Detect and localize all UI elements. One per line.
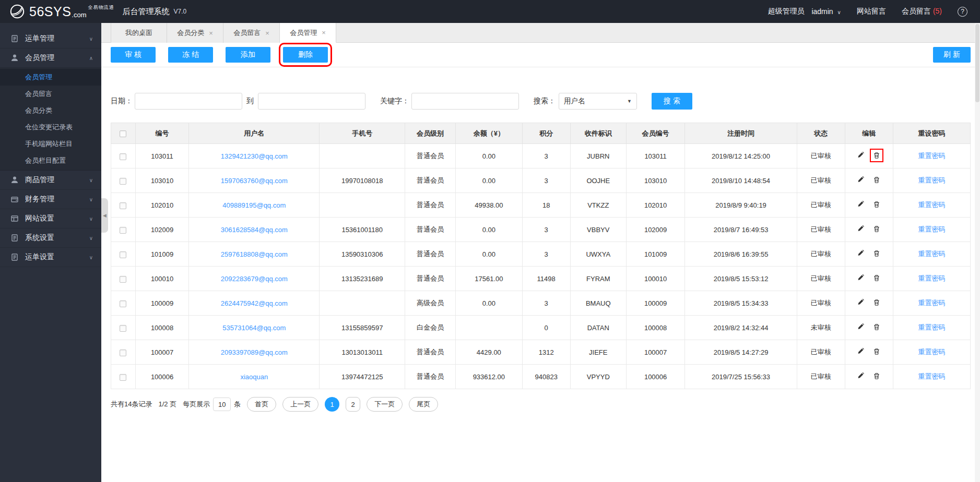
sidebar-subitem-4[interactable]: 仓位变更记录表: [0, 119, 101, 136]
tab-2[interactable]: 会员分类×: [167, 23, 223, 43]
member-messages-link[interactable]: 会员留言(5): [902, 7, 942, 16]
username: iadmin: [811, 7, 833, 16]
last-page-button[interactable]: 尾页: [409, 397, 438, 412]
delete-icon[interactable]: [873, 299, 880, 306]
search-button[interactable]: 搜 索: [652, 93, 692, 110]
row-checkbox[interactable]: [120, 153, 126, 160]
user-menu[interactable]: 超级管理员 iadmin ∨: [768, 7, 841, 16]
reset-password-link[interactable]: 重置密码: [918, 176, 945, 184]
reset-password-cell: 重置密码: [893, 144, 970, 168]
delete-icon[interactable]: [873, 274, 880, 282]
delete-icon[interactable]: [873, 372, 880, 380]
sidebar-subitem-1[interactable]: 会员管理: [0, 69, 101, 86]
sidebar-item-4[interactable]: 财务管理∨: [0, 190, 101, 209]
username-link[interactable]: 2624475942@qq.com: [221, 299, 288, 307]
sidebar-item-5[interactable]: 网站设置∨: [0, 209, 101, 228]
reset-password-link[interactable]: 重置密码: [918, 250, 945, 258]
site-messages-link[interactable]: 网站留言: [857, 7, 886, 16]
reset-password-link[interactable]: 重置密码: [918, 348, 945, 356]
sidebar-item-7[interactable]: 运单设置∨: [0, 248, 101, 267]
next-page-button[interactable]: 下一页: [367, 397, 403, 412]
page-number-2[interactable]: 2: [346, 397, 360, 412]
edit-icon[interactable]: [857, 299, 865, 306]
close-icon[interactable]: ×: [265, 30, 269, 37]
reset-password-link[interactable]: 重置密码: [918, 152, 945, 160]
tab-3[interactable]: 会员留言×: [223, 23, 280, 43]
username-link[interactable]: 409889195@qq.com: [222, 201, 286, 209]
row-checkbox[interactable]: [120, 325, 126, 332]
tab-4[interactable]: 会员管理×: [280, 23, 336, 43]
date-to-input[interactable]: [258, 93, 365, 110]
close-icon[interactable]: ×: [322, 29, 326, 36]
select-all-checkbox[interactable]: [120, 130, 126, 137]
toolbar-button-1[interactable]: 审 核: [111, 47, 156, 63]
username-cell: 2092283679@qq.com: [189, 267, 320, 291]
toolbar-button-3[interactable]: 添加: [226, 47, 270, 63]
username-link[interactable]: 535731064@qq.com: [222, 324, 286, 332]
edit-icon[interactable]: [857, 274, 865, 282]
reset-password-link[interactable]: 重置密码: [918, 201, 945, 209]
username-link[interactable]: 2597618808@qq.com: [221, 250, 288, 258]
delete-icon[interactable]: [873, 250, 880, 257]
edit-icon[interactable]: [857, 152, 865, 159]
username-link[interactable]: 3061628584@qq.com: [221, 226, 288, 234]
sidebar-item-3[interactable]: 商品管理∨: [0, 171, 101, 190]
row-checkbox[interactable]: [120, 178, 126, 185]
username-link[interactable]: xiaoquan: [240, 373, 268, 381]
reset-password-link[interactable]: 重置密码: [918, 299, 945, 307]
row-checkbox[interactable]: [120, 276, 126, 283]
logo: 56SYS .com 全易物流通: [9, 4, 114, 19]
delete-icon[interactable]: [873, 201, 880, 208]
edit-icon[interactable]: [857, 348, 865, 355]
row-checkbox[interactable]: [120, 300, 126, 307]
per-page-input[interactable]: [213, 397, 231, 411]
reset-password-link[interactable]: 重置密码: [918, 274, 945, 282]
sidebar-item-6[interactable]: 系统设置∨: [0, 228, 101, 248]
search-field-select[interactable]: 用户名 ▼: [559, 93, 637, 110]
close-icon[interactable]: ×: [209, 30, 213, 37]
row-checkbox[interactable]: [120, 251, 126, 258]
sidebar-item-2[interactable]: 会员管理∧: [0, 49, 101, 68]
keyword-input[interactable]: [411, 93, 519, 110]
help-icon[interactable]: ?: [958, 7, 967, 17]
scrollbar-thumb[interactable]: [975, 24, 979, 102]
reset-password-link[interactable]: 重置密码: [918, 372, 945, 380]
date-from-input[interactable]: [135, 93, 242, 110]
sidebar-subitem-3[interactable]: 会员分类: [0, 102, 101, 119]
prev-page-button[interactable]: 上一页: [282, 397, 318, 412]
toolbar-button-4[interactable]: 删除: [283, 47, 328, 63]
username-link[interactable]: 1329421230@qq.com: [221, 152, 288, 160]
delete-icon[interactable]: [873, 152, 880, 159]
reset-password-link[interactable]: 重置密码: [918, 323, 945, 331]
delete-icon[interactable]: [873, 323, 880, 331]
edit-icon[interactable]: [857, 201, 865, 208]
toolbar-button-2[interactable]: 冻 结: [168, 47, 213, 63]
username-link[interactable]: 2093397089@qq.com: [221, 348, 288, 356]
row-checkbox[interactable]: [120, 202, 126, 209]
sidebar-item-1[interactable]: 运单管理∨: [0, 29, 101, 49]
edit-icon[interactable]: [857, 372, 865, 380]
refresh-button[interactable]: 刷 新: [933, 47, 971, 63]
username-link[interactable]: 2092283679@qq.com: [221, 275, 288, 283]
page-number-1[interactable]: 1: [325, 397, 339, 412]
delete-icon[interactable]: [873, 176, 880, 184]
sidebar-collapse-handle[interactable]: ◀: [101, 198, 108, 233]
sidebar-subitem-5[interactable]: 手机端网站栏目: [0, 136, 101, 152]
username-link[interactable]: 1597063760@qq.com: [221, 177, 288, 185]
edit-icon[interactable]: [857, 225, 865, 233]
edit-icon[interactable]: [857, 323, 865, 331]
row-checkbox[interactable]: [120, 227, 126, 234]
edit-icon[interactable]: [857, 176, 865, 184]
clipboard-icon: [10, 234, 19, 242]
tab-1[interactable]: 我的桌面: [111, 23, 167, 43]
reset-password-link[interactable]: 重置密码: [918, 225, 945, 233]
delete-icon[interactable]: [873, 348, 880, 355]
edit-icon[interactable]: [857, 250, 865, 257]
sidebar-subitem-6[interactable]: 会员栏目配置: [0, 152, 101, 169]
row-checkbox[interactable]: [120, 374, 126, 381]
sidebar-subitem-2[interactable]: 会员留言: [0, 86, 101, 102]
first-page-button[interactable]: 首页: [247, 397, 276, 412]
delete-icon[interactable]: [873, 225, 880, 233]
scrollbar-track[interactable]: [975, 23, 980, 482]
row-checkbox[interactable]: [120, 350, 126, 356]
